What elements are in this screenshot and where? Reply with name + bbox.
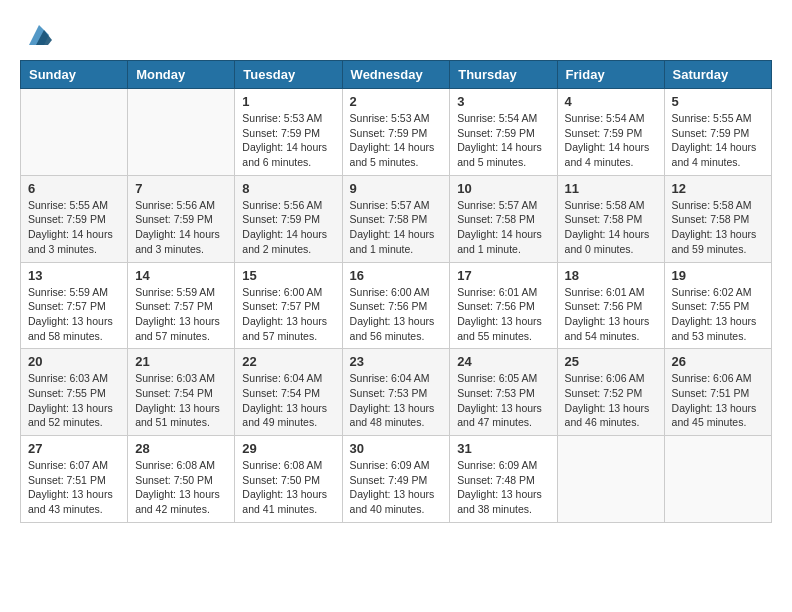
calendar-day-cell: 14Sunrise: 5:59 AM Sunset: 7:57 PM Dayli… — [128, 262, 235, 349]
day-detail: Sunrise: 6:01 AM Sunset: 7:56 PM Dayligh… — [457, 285, 549, 344]
day-number: 27 — [28, 441, 120, 456]
day-detail: Sunrise: 6:05 AM Sunset: 7:53 PM Dayligh… — [457, 371, 549, 430]
day-detail: Sunrise: 6:01 AM Sunset: 7:56 PM Dayligh… — [565, 285, 657, 344]
calendar-day-cell: 15Sunrise: 6:00 AM Sunset: 7:57 PM Dayli… — [235, 262, 342, 349]
day-detail: Sunrise: 6:06 AM Sunset: 7:51 PM Dayligh… — [672, 371, 764, 430]
calendar-day-cell: 25Sunrise: 6:06 AM Sunset: 7:52 PM Dayli… — [557, 349, 664, 436]
day-detail: Sunrise: 6:00 AM Sunset: 7:56 PM Dayligh… — [350, 285, 443, 344]
day-detail: Sunrise: 6:07 AM Sunset: 7:51 PM Dayligh… — [28, 458, 120, 517]
day-of-week-header: Saturday — [664, 61, 771, 89]
calendar-day-cell — [21, 89, 128, 176]
day-detail: Sunrise: 5:55 AM Sunset: 7:59 PM Dayligh… — [672, 111, 764, 170]
calendar-day-cell: 22Sunrise: 6:04 AM Sunset: 7:54 PM Dayli… — [235, 349, 342, 436]
day-number: 13 — [28, 268, 120, 283]
day-detail: Sunrise: 5:55 AM Sunset: 7:59 PM Dayligh… — [28, 198, 120, 257]
day-number: 16 — [350, 268, 443, 283]
day-number: 24 — [457, 354, 549, 369]
logo-icon — [24, 20, 54, 50]
logo — [20, 20, 54, 50]
day-number: 10 — [457, 181, 549, 196]
day-detail: Sunrise: 6:08 AM Sunset: 7:50 PM Dayligh… — [242, 458, 334, 517]
day-number: 19 — [672, 268, 764, 283]
calendar-week-row: 1Sunrise: 5:53 AM Sunset: 7:59 PM Daylig… — [21, 89, 772, 176]
day-detail: Sunrise: 6:03 AM Sunset: 7:55 PM Dayligh… — [28, 371, 120, 430]
day-number: 4 — [565, 94, 657, 109]
day-detail: Sunrise: 6:02 AM Sunset: 7:55 PM Dayligh… — [672, 285, 764, 344]
calendar-day-cell: 19Sunrise: 6:02 AM Sunset: 7:55 PM Dayli… — [664, 262, 771, 349]
calendar-day-cell — [128, 89, 235, 176]
day-number: 29 — [242, 441, 334, 456]
day-number: 25 — [565, 354, 657, 369]
day-detail: Sunrise: 5:59 AM Sunset: 7:57 PM Dayligh… — [28, 285, 120, 344]
day-number: 15 — [242, 268, 334, 283]
calendar-day-cell: 17Sunrise: 6:01 AM Sunset: 7:56 PM Dayli… — [450, 262, 557, 349]
calendar-day-cell: 10Sunrise: 5:57 AM Sunset: 7:58 PM Dayli… — [450, 175, 557, 262]
day-of-week-header: Friday — [557, 61, 664, 89]
day-number: 6 — [28, 181, 120, 196]
day-number: 17 — [457, 268, 549, 283]
day-number: 5 — [672, 94, 764, 109]
day-detail: Sunrise: 5:57 AM Sunset: 7:58 PM Dayligh… — [457, 198, 549, 257]
day-number: 2 — [350, 94, 443, 109]
calendar-day-cell: 23Sunrise: 6:04 AM Sunset: 7:53 PM Dayli… — [342, 349, 450, 436]
calendar-day-cell: 8Sunrise: 5:56 AM Sunset: 7:59 PM Daylig… — [235, 175, 342, 262]
day-number: 23 — [350, 354, 443, 369]
day-detail: Sunrise: 6:08 AM Sunset: 7:50 PM Dayligh… — [135, 458, 227, 517]
calendar-day-cell: 16Sunrise: 6:00 AM Sunset: 7:56 PM Dayli… — [342, 262, 450, 349]
day-number: 20 — [28, 354, 120, 369]
calendar-day-cell: 12Sunrise: 5:58 AM Sunset: 7:58 PM Dayli… — [664, 175, 771, 262]
day-detail: Sunrise: 6:09 AM Sunset: 7:49 PM Dayligh… — [350, 458, 443, 517]
day-number: 8 — [242, 181, 334, 196]
day-detail: Sunrise: 5:54 AM Sunset: 7:59 PM Dayligh… — [457, 111, 549, 170]
calendar-week-row: 27Sunrise: 6:07 AM Sunset: 7:51 PM Dayli… — [21, 436, 772, 523]
day-number: 3 — [457, 94, 549, 109]
day-detail: Sunrise: 5:58 AM Sunset: 7:58 PM Dayligh… — [672, 198, 764, 257]
calendar-week-row: 13Sunrise: 5:59 AM Sunset: 7:57 PM Dayli… — [21, 262, 772, 349]
day-detail: Sunrise: 6:06 AM Sunset: 7:52 PM Dayligh… — [565, 371, 657, 430]
day-number: 9 — [350, 181, 443, 196]
day-number: 1 — [242, 94, 334, 109]
calendar-table: SundayMondayTuesdayWednesdayThursdayFrid… — [20, 60, 772, 523]
calendar-day-cell: 2Sunrise: 5:53 AM Sunset: 7:59 PM Daylig… — [342, 89, 450, 176]
day-of-week-header: Monday — [128, 61, 235, 89]
day-number: 7 — [135, 181, 227, 196]
day-detail: Sunrise: 5:53 AM Sunset: 7:59 PM Dayligh… — [242, 111, 334, 170]
day-detail: Sunrise: 5:56 AM Sunset: 7:59 PM Dayligh… — [242, 198, 334, 257]
day-of-week-header: Thursday — [450, 61, 557, 89]
calendar-day-cell: 18Sunrise: 6:01 AM Sunset: 7:56 PM Dayli… — [557, 262, 664, 349]
calendar-week-row: 6Sunrise: 5:55 AM Sunset: 7:59 PM Daylig… — [21, 175, 772, 262]
calendar-day-cell: 29Sunrise: 6:08 AM Sunset: 7:50 PM Dayli… — [235, 436, 342, 523]
calendar-day-cell: 5Sunrise: 5:55 AM Sunset: 7:59 PM Daylig… — [664, 89, 771, 176]
day-number: 18 — [565, 268, 657, 283]
calendar-day-cell: 28Sunrise: 6:08 AM Sunset: 7:50 PM Dayli… — [128, 436, 235, 523]
day-detail: Sunrise: 6:09 AM Sunset: 7:48 PM Dayligh… — [457, 458, 549, 517]
calendar-day-cell: 21Sunrise: 6:03 AM Sunset: 7:54 PM Dayli… — [128, 349, 235, 436]
calendar-day-cell: 24Sunrise: 6:05 AM Sunset: 7:53 PM Dayli… — [450, 349, 557, 436]
day-number: 26 — [672, 354, 764, 369]
day-number: 11 — [565, 181, 657, 196]
calendar-day-cell: 31Sunrise: 6:09 AM Sunset: 7:48 PM Dayli… — [450, 436, 557, 523]
day-detail: Sunrise: 6:00 AM Sunset: 7:57 PM Dayligh… — [242, 285, 334, 344]
day-detail: Sunrise: 5:57 AM Sunset: 7:58 PM Dayligh… — [350, 198, 443, 257]
day-detail: Sunrise: 5:56 AM Sunset: 7:59 PM Dayligh… — [135, 198, 227, 257]
day-detail: Sunrise: 5:59 AM Sunset: 7:57 PM Dayligh… — [135, 285, 227, 344]
day-number: 12 — [672, 181, 764, 196]
calendar-day-cell: 11Sunrise: 5:58 AM Sunset: 7:58 PM Dayli… — [557, 175, 664, 262]
day-of-week-header: Wednesday — [342, 61, 450, 89]
day-of-week-header: Tuesday — [235, 61, 342, 89]
calendar-week-row: 20Sunrise: 6:03 AM Sunset: 7:55 PM Dayli… — [21, 349, 772, 436]
day-number: 21 — [135, 354, 227, 369]
day-number: 30 — [350, 441, 443, 456]
calendar-day-cell: 20Sunrise: 6:03 AM Sunset: 7:55 PM Dayli… — [21, 349, 128, 436]
calendar-day-cell: 7Sunrise: 5:56 AM Sunset: 7:59 PM Daylig… — [128, 175, 235, 262]
calendar-day-cell: 6Sunrise: 5:55 AM Sunset: 7:59 PM Daylig… — [21, 175, 128, 262]
calendar-day-cell: 9Sunrise: 5:57 AM Sunset: 7:58 PM Daylig… — [342, 175, 450, 262]
calendar-day-cell: 13Sunrise: 5:59 AM Sunset: 7:57 PM Dayli… — [21, 262, 128, 349]
calendar-day-cell: 3Sunrise: 5:54 AM Sunset: 7:59 PM Daylig… — [450, 89, 557, 176]
calendar-day-cell: 1Sunrise: 5:53 AM Sunset: 7:59 PM Daylig… — [235, 89, 342, 176]
day-number: 28 — [135, 441, 227, 456]
day-detail: Sunrise: 6:04 AM Sunset: 7:53 PM Dayligh… — [350, 371, 443, 430]
page-header — [20, 20, 772, 50]
calendar-day-cell — [664, 436, 771, 523]
day-detail: Sunrise: 5:58 AM Sunset: 7:58 PM Dayligh… — [565, 198, 657, 257]
